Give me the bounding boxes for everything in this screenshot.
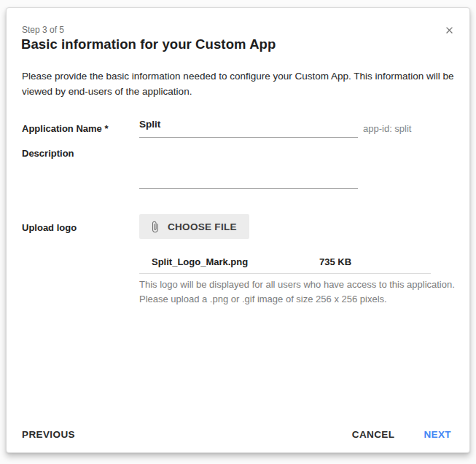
previous-button[interactable]: PREVIOUS (22, 425, 75, 444)
cancel-button[interactable]: CANCEL (352, 425, 395, 444)
paperclip-icon (149, 221, 161, 233)
file-row-divider (139, 273, 431, 274)
uploaded-file-name: Split_Logo_Mark.png (152, 256, 248, 267)
description-input[interactable] (139, 143, 358, 189)
description-label: Description (22, 148, 74, 159)
app-id-hint: app-id: split (363, 123, 411, 134)
step-indicator: Step 3 of 5 (22, 25, 64, 35)
next-button[interactable]: NEXT (424, 425, 451, 444)
custom-app-dialog: Step 3 of 5 Basic information for your C… (6, 7, 470, 453)
upload-help-line1: This logo will be displayed for all user… (139, 278, 460, 292)
footer-right-actions: CANCEL NEXT (352, 425, 451, 444)
close-icon[interactable] (440, 21, 458, 39)
dialog-description: Please provide the basic information nee… (22, 68, 455, 99)
choose-file-label: CHOOSE FILE (168, 221, 237, 232)
close-x-glyph (444, 25, 455, 36)
upload-logo-label: Upload logo (22, 222, 77, 233)
application-name-input[interactable] (139, 116, 358, 138)
uploaded-file-size: 735 KB (319, 256, 351, 267)
choose-file-button[interactable]: CHOOSE FILE (139, 214, 249, 239)
application-name-label: Application Name * (22, 123, 108, 134)
upload-help-text: This logo will be displayed for all user… (139, 278, 460, 306)
upload-help-line2: Please upload a .png or .gif image of si… (139, 292, 460, 307)
dialog-title: Basic information for your Custom App (21, 36, 276, 52)
